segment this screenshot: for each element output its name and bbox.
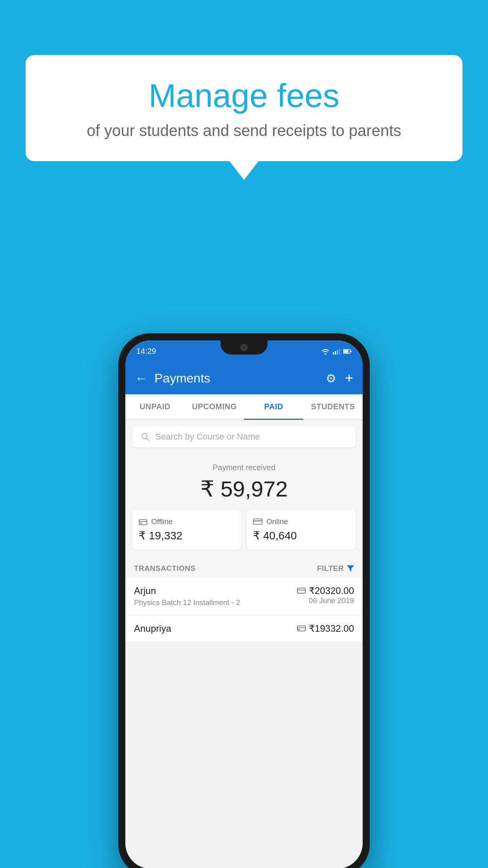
transaction-item[interactable]: Arjun ₹20320.00 Physics Batch 12 Install… [125, 577, 363, 615]
tab-upcoming[interactable]: UPCOMING [185, 394, 244, 419]
filter-icon [347, 565, 354, 572]
transactions-label: TRANSACTIONS [134, 564, 196, 573]
online-card-header: Online [253, 517, 349, 526]
svg-rect-15 [297, 588, 305, 593]
back-button[interactable] [135, 371, 147, 386]
transaction-row-top: Arjun ₹20320.00 [134, 585, 354, 596]
app-bar-actions [326, 370, 353, 386]
svg-marker-14 [347, 565, 354, 572]
notch [220, 340, 268, 355]
settings-icon[interactable] [326, 371, 336, 385]
svg-rect-3 [339, 349, 340, 355]
transaction-name: Anupriya [134, 623, 171, 634]
speech-bubble: Manage fees of your students and send re… [26, 55, 462, 161]
search-box[interactable]: Search by Course or Name [132, 426, 356, 447]
svg-line-8 [147, 438, 149, 441]
svg-rect-17 [297, 626, 305, 631]
tab-paid[interactable]: PAID [244, 394, 303, 419]
phone-frame: 14:29 [118, 333, 370, 868]
app-bar: Payments [125, 362, 363, 394]
svg-rect-12 [253, 519, 262, 524]
tabs-bar: UNPAID UPCOMING PAID STUDENTS [125, 394, 363, 420]
bubble-subtitle: of your students and send receipts to pa… [49, 122, 439, 140]
tab-unpaid[interactable]: UNPAID [125, 394, 185, 419]
battery-icon [343, 349, 352, 354]
add-icon[interactable] [345, 370, 353, 386]
transaction-date: 06 June 2019 [309, 596, 354, 605]
svg-rect-1 [335, 351, 336, 355]
transaction-amount: ₹19332.00 [297, 623, 354, 634]
payment-total-amount: ₹ 59,972 [132, 476, 356, 502]
online-label: Online [266, 517, 288, 526]
transaction-item[interactable]: Anupriya ₹19332.00 [125, 615, 363, 642]
wifi-icon [321, 348, 330, 355]
status-time: 14:29 [136, 347, 156, 356]
svg-rect-9 [139, 520, 147, 525]
offline-amount: ₹ 19,332 [139, 529, 235, 542]
svg-rect-19 [298, 629, 300, 630]
front-camera [240, 344, 248, 351]
svg-rect-5 [344, 350, 349, 353]
offline-card: Offline ₹ 19,332 [132, 509, 241, 550]
transaction-row-top: Anupriya ₹19332.00 [134, 623, 354, 634]
phone-screen: 14:29 [125, 340, 363, 868]
online-icon [253, 518, 262, 525]
filter-button[interactable]: FILTER [317, 564, 354, 573]
transaction-amount: ₹20320.00 [297, 585, 354, 596]
payment-summary: Payment received ₹ 59,972 Offline ₹ 19,3… [125, 454, 363, 557]
online-card: Online ₹ 40,640 [247, 509, 356, 550]
transaction-amount-value: ₹20320.00 [309, 585, 354, 596]
svg-rect-0 [333, 352, 334, 355]
payment-cards: Offline ₹ 19,332 Online ₹ 40,640 [132, 509, 356, 550]
filter-label: FILTER [317, 564, 344, 573]
status-bar: 14:29 [125, 340, 363, 362]
offline-card-icon-small [297, 625, 306, 632]
transaction-name: Arjun [134, 585, 156, 596]
transactions-header: TRANSACTIONS FILTER [125, 557, 363, 577]
svg-rect-2 [337, 350, 338, 355]
speech-bubble-container: Manage fees of your students and send re… [26, 55, 462, 161]
online-amount: ₹ 40,640 [253, 529, 349, 542]
bubble-title: Manage fees [49, 77, 439, 115]
card-icon-small [297, 588, 306, 594]
transaction-row-bottom: Physics Batch 12 Installment - 2 06 June… [134, 596, 354, 607]
svg-rect-11 [140, 523, 142, 524]
search-container: Search by Course or Name [125, 420, 363, 454]
app-bar-title: Payments [154, 371, 326, 386]
offline-icon [139, 518, 147, 525]
search-input[interactable]: Search by Course or Name [155, 432, 260, 442]
search-icon [140, 432, 150, 441]
transaction-course: Physics Batch 12 Installment - 2 [134, 598, 240, 607]
offline-label: Offline [151, 517, 173, 526]
payment-received-label: Payment received [132, 463, 356, 472]
signal-icon [333, 348, 340, 355]
offline-card-header: Offline [139, 517, 235, 526]
tab-students[interactable]: STUDENTS [303, 394, 363, 419]
svg-rect-6 [350, 351, 352, 352]
status-icons [321, 348, 352, 355]
transaction-amount-value: ₹19332.00 [309, 623, 354, 634]
